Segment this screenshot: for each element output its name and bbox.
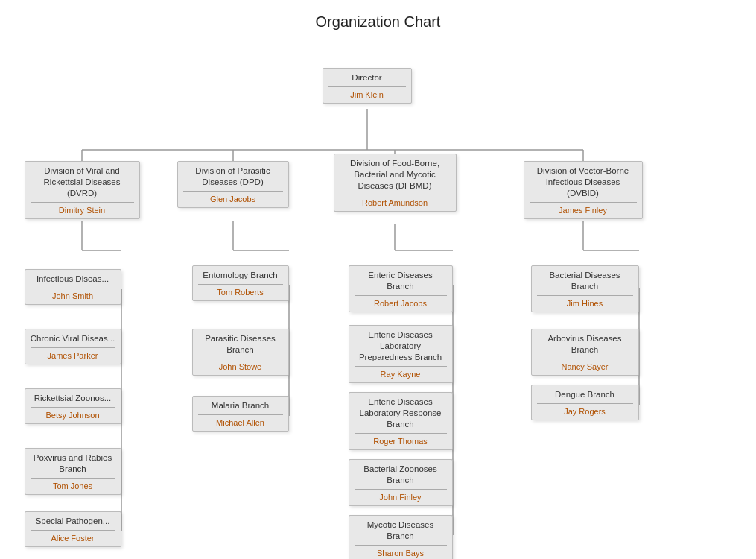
- node-arbovirus: Arbovirus Diseases Branch Nancy Sayer: [531, 329, 639, 376]
- node-entomology-title: Entomology Branch: [198, 270, 283, 281]
- node-dfbmd-name: Robert Amundson: [340, 198, 451, 207]
- node-entomology-name: Tom Roberts: [198, 288, 283, 297]
- node-chronicviral: Chronic Viral Diseas... James Parker: [25, 329, 121, 364]
- node-dengue-title: Dengue Branch: [537, 389, 633, 400]
- node-dengue: Dengue Branch Jay Rogers: [531, 385, 639, 420]
- node-entericresp: Enteric Diseases Laboratory Response Bra…: [349, 392, 453, 450]
- node-mycotic-title: Mycotic Diseases Branch: [355, 519, 447, 542]
- node-entericlab-name: Ray Kayne: [355, 370, 447, 379]
- node-enteric1-name: Robert Jacobs: [355, 299, 447, 308]
- node-special-title: Special Pathogen...: [31, 516, 115, 527]
- node-bacterialzoon-name: John Finley: [355, 493, 447, 502]
- node-dvbid-title: Division of Vector-Borne Infectious Dise…: [530, 165, 637, 199]
- page-title: Organization Chart: [0, 0, 756, 38]
- node-dpd-name: Glen Jacobs: [183, 195, 283, 203]
- node-enteric1-title: Enteric Diseases Branch: [355, 270, 447, 292]
- node-enteric1: Enteric Diseases Branch Robert Jacobs: [349, 265, 453, 312]
- node-arbovirus-title: Arbovirus Diseases Branch: [537, 333, 633, 356]
- node-entomology: Entomology Branch Tom Roberts: [192, 265, 289, 301]
- node-poxvirus: Poxvirus and Rabies Branch Tom Jones: [25, 448, 121, 495]
- node-poxvirus-name: Tom Jones: [31, 481, 115, 490]
- node-parasitic-title: Parasitic Diseases Branch: [198, 333, 283, 356]
- node-director: Director Jim Klein: [323, 68, 412, 104]
- node-special: Special Pathogen... Alice Foster: [25, 511, 121, 547]
- node-rickettsial-name: Betsy Johnson: [31, 411, 115, 420]
- node-parasitic-name: John Stowe: [198, 362, 283, 371]
- node-entericresp-title: Enteric Diseases Laboratory Response Bra…: [355, 397, 447, 430]
- node-malaria: Malaria Branch Michael Allen: [192, 396, 289, 432]
- org-chart: Director Jim Klein Division of Viral and…: [10, 38, 747, 559]
- node-dvrd: Division of Viral and Rickettsial Diseas…: [25, 161, 140, 219]
- node-director-name: Jim Klein: [328, 90, 406, 99]
- node-rickettsial: Rickettsial Zoonos... Betsy Johnson: [25, 388, 121, 424]
- node-rickettsial-title: Rickettsial Zoonos...: [31, 393, 115, 404]
- node-bacterial: Bacterial Diseases Branch Jim Hines: [531, 265, 639, 312]
- node-dengue-name: Jay Rogers: [537, 407, 633, 416]
- node-chronicviral-title: Chronic Viral Diseas...: [31, 333, 115, 344]
- node-infectious-name: John Smith: [31, 291, 115, 300]
- node-parasitic: Parasitic Diseases Branch John Stowe: [192, 329, 289, 376]
- node-dpd: Division of Parasitic Diseases (DPD) Gle…: [177, 161, 289, 208]
- node-dfbmd: Division of Food-Borne, Bacterial and My…: [334, 154, 457, 212]
- node-entericlab: Enteric Diseases Laboratory Preparedness…: [349, 325, 453, 383]
- node-dfbmd-title: Division of Food-Borne, Bacterial and My…: [340, 158, 451, 192]
- node-infectious: Infectious Diseas... John Smith: [25, 269, 121, 305]
- chart-container: Director Jim Klein Division of Viral and…: [0, 38, 756, 559]
- node-infectious-title: Infectious Diseas...: [31, 274, 115, 285]
- node-chronicviral-name: James Parker: [31, 351, 115, 360]
- node-mycotic-name: Sharon Bays: [355, 549, 447, 558]
- node-entericlab-title: Enteric Diseases Laboratory Preparedness…: [355, 329, 447, 363]
- node-dvbid: Division of Vector-Borne Infectious Dise…: [524, 161, 643, 219]
- node-dvbid-name: James Finley: [530, 206, 637, 215]
- node-director-title: Director: [328, 72, 406, 83]
- node-bacterial-title: Bacterial Diseases Branch: [537, 270, 633, 292]
- node-dvrd-name: Dimitry Stein: [31, 206, 134, 215]
- node-arbovirus-name: Nancy Sayer: [537, 362, 633, 371]
- node-bacterialzoon-title: Bacterial Zoonoses Branch: [355, 464, 447, 486]
- node-poxvirus-title: Poxvirus and Rabies Branch: [31, 452, 115, 475]
- node-special-name: Alice Foster: [31, 534, 115, 543]
- node-bacterial-name: Jim Hines: [537, 299, 633, 308]
- node-malaria-name: Michael Allen: [198, 418, 283, 427]
- node-malaria-title: Malaria Branch: [198, 400, 283, 411]
- node-entericresp-name: Roger Thomas: [355, 437, 447, 446]
- node-mycotic: Mycotic Diseases Branch Sharon Bays: [349, 515, 453, 559]
- node-dvrd-title: Division of Viral and Rickettsial Diseas…: [31, 165, 134, 199]
- node-dpd-title: Division of Parasitic Diseases (DPD): [183, 165, 283, 188]
- node-bacterialzoon: Bacterial Zoonoses Branch John Finley: [349, 459, 453, 506]
